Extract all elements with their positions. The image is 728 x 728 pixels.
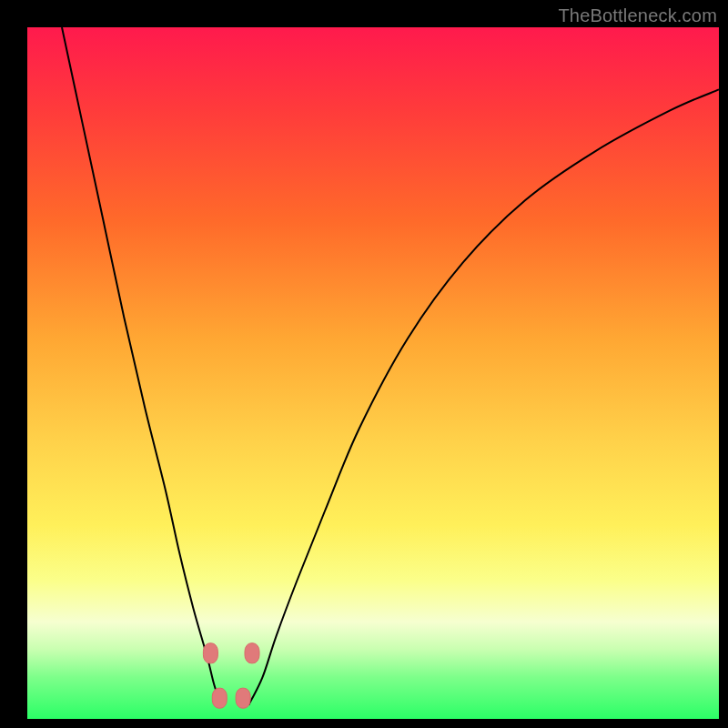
- marker-dot: [203, 643, 217, 663]
- watermark-text: TheBottleneck.com: [558, 5, 717, 26]
- marker-dot: [245, 643, 259, 663]
- curve-left-branch: [62, 27, 221, 705]
- marker-dot: [236, 688, 250, 708]
- chart-frame: TheBottleneck.com: [0, 0, 728, 728]
- plot-area: [27, 27, 719, 719]
- curve-right-branch: [248, 89, 719, 704]
- marker-dot: [212, 688, 227, 708]
- curve-layer: [27, 27, 719, 719]
